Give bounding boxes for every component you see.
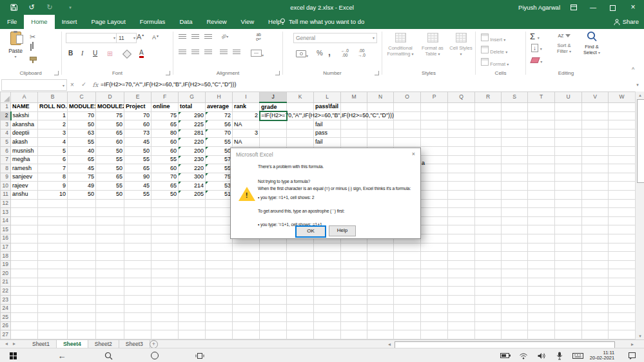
column-header-I[interactable]: I bbox=[233, 92, 260, 103]
cell-T19[interactable] bbox=[528, 260, 555, 269]
cell-I20[interactable] bbox=[233, 269, 260, 278]
cell-E10[interactable]: 45 bbox=[124, 182, 151, 191]
cell-W20[interactable] bbox=[609, 269, 636, 278]
borders-button[interactable]: ⊞ bbox=[107, 50, 113, 58]
cell-K21[interactable] bbox=[287, 278, 314, 287]
user-name[interactable]: Piyush Agarwal bbox=[518, 0, 560, 15]
row-header-19[interactable]: 19 bbox=[1, 260, 11, 269]
cell-A24[interactable] bbox=[11, 304, 38, 313]
cell-D9[interactable]: 65 bbox=[96, 173, 124, 182]
cell-F4[interactable]: 80 bbox=[151, 129, 179, 138]
cell-Q9[interactable] bbox=[448, 173, 475, 182]
dialog-close-icon[interactable]: × bbox=[412, 151, 415, 157]
cell-I19[interactable] bbox=[233, 260, 260, 269]
fill-color-button[interactable] bbox=[124, 51, 130, 59]
cell-B12[interactable] bbox=[38, 199, 68, 208]
cell-J27[interactable] bbox=[260, 330, 287, 339]
align-right-button[interactable] bbox=[204, 50, 212, 57]
cell-V8[interactable] bbox=[582, 164, 609, 173]
cell-S21[interactable] bbox=[502, 278, 528, 287]
cell-F7[interactable]: 55 bbox=[151, 155, 179, 164]
cell-F22[interactable] bbox=[151, 287, 179, 296]
cell-styles-button[interactable]: Cell Styles ▾ bbox=[449, 33, 473, 57]
cell-B15[interactable] bbox=[38, 225, 68, 234]
cell-B2[interactable]: 1 bbox=[38, 111, 68, 120]
bottom-align-button[interactable] bbox=[204, 34, 212, 41]
cell-T17[interactable] bbox=[528, 243, 555, 252]
column-header-T[interactable]: T bbox=[528, 92, 555, 103]
column-header-C[interactable]: C bbox=[68, 92, 96, 103]
clear-button[interactable]: ▾ bbox=[531, 57, 542, 64]
cell-T23[interactable] bbox=[528, 296, 555, 305]
tell-me-box[interactable]: Tell me what you want to do bbox=[280, 15, 364, 29]
row-header-9[interactable]: 9 bbox=[1, 173, 11, 182]
cell-G21[interactable] bbox=[179, 278, 206, 287]
column-header-E[interactable]: E bbox=[124, 92, 151, 103]
cell-W16[interactable] bbox=[609, 234, 636, 243]
cell-B3[interactable]: 2 bbox=[38, 120, 68, 129]
cell-D24[interactable] bbox=[96, 304, 124, 313]
cell-T27[interactable] bbox=[528, 330, 555, 339]
cell-V13[interactable] bbox=[582, 208, 609, 217]
cell-D16[interactable] bbox=[96, 234, 124, 243]
cell-R8[interactable] bbox=[475, 164, 502, 173]
cell-A21[interactable] bbox=[11, 278, 38, 287]
taskbar-clock[interactable]: 11:1120-02-2021 bbox=[585, 348, 619, 362]
cell-C18[interactable] bbox=[68, 252, 96, 261]
cell-O18[interactable] bbox=[394, 252, 421, 261]
cell-H15[interactable] bbox=[206, 225, 233, 234]
cell-R4[interactable] bbox=[475, 129, 502, 138]
cell-D4[interactable]: 65 bbox=[96, 129, 124, 138]
cell-Q10[interactable] bbox=[448, 182, 475, 191]
cell-A27[interactable] bbox=[11, 330, 38, 339]
cell-R23[interactable] bbox=[475, 296, 502, 305]
cell-K3[interactable] bbox=[287, 120, 314, 129]
cell-E21[interactable] bbox=[124, 278, 151, 287]
cell-B26[interactable] bbox=[38, 321, 68, 330]
increase-font-size-button[interactable]: A▲ bbox=[137, 33, 144, 41]
cell-Q24[interactable] bbox=[448, 304, 475, 313]
cell-S20[interactable] bbox=[502, 269, 528, 278]
cell-W27[interactable] bbox=[609, 330, 636, 339]
action-center-button[interactable] bbox=[624, 348, 639, 362]
font-name-input[interactable]: ▾ bbox=[66, 33, 117, 43]
cell-C22[interactable] bbox=[68, 287, 96, 296]
row-header-27[interactable]: 27 bbox=[1, 330, 11, 339]
cell-P17[interactable] bbox=[421, 243, 448, 252]
cell-E22[interactable] bbox=[124, 287, 151, 296]
cell-D2[interactable]: 75 bbox=[96, 111, 124, 120]
cell-D12[interactable] bbox=[96, 199, 124, 208]
cell-E25[interactable] bbox=[124, 313, 151, 322]
cell-E13[interactable] bbox=[124, 208, 151, 217]
cell-G2[interactable]: 290 bbox=[179, 111, 206, 120]
cell-B9[interactable]: 8 bbox=[38, 173, 68, 182]
cell-A6[interactable]: musnish bbox=[11, 146, 38, 155]
cell-V17[interactable] bbox=[582, 243, 609, 252]
cell-W8[interactable] bbox=[609, 164, 636, 173]
column-header-R[interactable]: R bbox=[475, 92, 502, 103]
paste-button[interactable]: Paste ▾ bbox=[5, 32, 26, 59]
cell-H10[interactable]: 53 bbox=[206, 182, 233, 191]
cell-I26[interactable] bbox=[233, 321, 260, 330]
cell-P13[interactable] bbox=[421, 208, 448, 217]
cell-H14[interactable] bbox=[206, 216, 233, 225]
cell-F14[interactable] bbox=[151, 216, 179, 225]
cell-A14[interactable] bbox=[11, 216, 38, 225]
cell-K4[interactable] bbox=[287, 129, 314, 138]
cell-S11[interactable] bbox=[502, 190, 528, 199]
cell-F2[interactable]: 75 bbox=[151, 111, 179, 120]
cell-J5[interactable] bbox=[260, 138, 287, 147]
cell-K24[interactable] bbox=[287, 304, 314, 313]
cell-N21[interactable] bbox=[367, 278, 394, 287]
cell-A4[interactable]: deeptii bbox=[11, 129, 38, 138]
cell-J23[interactable] bbox=[260, 296, 287, 305]
cell-I4[interactable]: 3 bbox=[233, 129, 260, 138]
format-as-table-button[interactable]: Format as Table ▾ bbox=[418, 33, 447, 57]
cell-D7[interactable]: 55 bbox=[96, 155, 124, 164]
cell-R19[interactable] bbox=[475, 260, 502, 269]
start-button[interactable] bbox=[5, 348, 21, 362]
cell-T21[interactable] bbox=[528, 278, 555, 287]
cell-Q13[interactable] bbox=[448, 208, 475, 217]
cell-I2[interactable]: 2 bbox=[233, 111, 260, 120]
cell-U7[interactable] bbox=[555, 155, 582, 164]
